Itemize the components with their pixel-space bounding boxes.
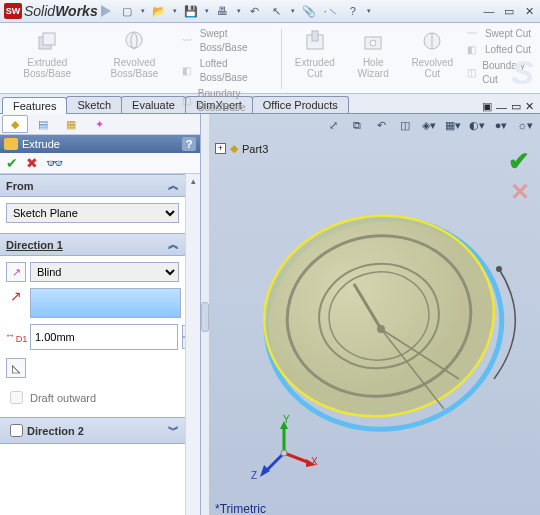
expand-icon[interactable]: +: [215, 143, 226, 154]
revolved-boss-button[interactable]: Revolved Boss/Base: [91, 25, 179, 93]
select-icon[interactable]: ↖: [269, 3, 285, 19]
group-from-header[interactable]: From︽: [0, 174, 185, 197]
print-icon[interactable]: 🖶: [215, 3, 231, 19]
zoom-area-icon[interactable]: ⧉: [348, 116, 366, 134]
chevron-up-icon: ︽: [168, 178, 179, 193]
group-dir1-header[interactable]: Direction 1︽: [0, 233, 185, 256]
tab-sketch[interactable]: Sketch: [66, 96, 122, 113]
dim-mgr-icon: ✦: [95, 118, 104, 131]
dir2-enable-checkbox[interactable]: [10, 424, 23, 437]
pm-ok-button[interactable]: ✔: [6, 155, 18, 171]
group-from-body: Sketch Plane: [0, 197, 185, 233]
draft-outward-checkbox[interactable]: [10, 391, 23, 404]
draft-outward-label: Draft outward: [30, 392, 96, 404]
group-label: Direction 1: [6, 239, 63, 251]
reverse-icon: ↗: [12, 266, 21, 279]
fm-tab-config-mgr[interactable]: ▦: [58, 115, 84, 133]
feature-manager-panel: ◆ ▤ ▦ ✦ Extrude ? ✔ ✖ 👓 From︽ Sketch P: [0, 114, 201, 515]
lofted-boss-button[interactable]: ◧Lofted Boss/Base: [182, 57, 274, 85]
maximize-window-icon[interactable]: ▭: [511, 100, 521, 113]
appearance-icon[interactable]: ●▾: [492, 116, 510, 134]
boundary-cut-button[interactable]: ◫Boundary Cut: [467, 59, 532, 87]
splitter-grip-icon: [201, 302, 209, 332]
fm-tab-feature-tree[interactable]: ◆: [2, 115, 28, 133]
ruler-icon[interactable]: ·⟍: [323, 3, 339, 19]
ribbon-label: Extruded Cut: [291, 57, 339, 79]
save-icon[interactable]: 💾: [183, 3, 199, 19]
graphics-viewport[interactable]: ⤢ ⧉ ↶ ◫ ◈▾ ▦▾ ◐▾ ●▾ ☼▾ ✔ ✕ + ◆ Part3: [209, 114, 540, 515]
minimize-window-icon[interactable]: —: [496, 101, 507, 113]
lofted-cut-icon: ◧: [467, 43, 481, 57]
title-bar: SW SolidWorks ▢▾ 📂▾ 💾▾ 🖶▾ ↶ ↖▾ 📎 ·⟍ ?▾ —…: [0, 0, 540, 23]
pm-cancel-button[interactable]: ✖: [26, 155, 38, 171]
lofted-boss-icon: ◧: [182, 64, 195, 78]
chevron-up-icon: ︽: [168, 237, 179, 252]
view-triad[interactable]: Y X Z: [249, 418, 319, 490]
fm-tab-dim-mgr[interactable]: ✦: [86, 115, 112, 133]
section-view-icon[interactable]: ◫: [396, 116, 414, 134]
extruded-boss-button[interactable]: Extruded Boss/Base: [4, 25, 91, 93]
ribbon-label: Revolved Boss/Base: [97, 57, 173, 79]
display-style-icon[interactable]: ▦▾: [444, 116, 462, 134]
quick-access-toolbar: ▢▾ 📂▾ 💾▾ 🖶▾ ↶ ↖▾ 📎 ·⟍ ?▾: [119, 3, 482, 19]
end-condition-select[interactable]: Blind: [30, 262, 179, 282]
pm-help-button[interactable]: ?: [182, 137, 196, 151]
scroll-up-icon[interactable]: ▴: [191, 176, 196, 186]
minimize-button[interactable]: —: [482, 4, 496, 18]
lofted-cut-button[interactable]: ◧Lofted Cut: [467, 43, 532, 57]
draft-button[interactable]: ◺: [6, 358, 26, 378]
part-name: Part3: [242, 143, 268, 155]
view-orient-icon[interactable]: ◈▾: [420, 116, 438, 134]
confirm-feature-button[interactable]: ✔: [508, 146, 530, 177]
extruded-cut-button[interactable]: Extruded Cut: [285, 25, 345, 93]
flyout-tree[interactable]: + ◆ Part3: [215, 142, 268, 155]
undo-icon[interactable]: ↶: [247, 3, 263, 19]
pin-icon[interactable]: 📎: [301, 3, 317, 19]
from-select[interactable]: Sketch Plane: [6, 203, 179, 223]
restore-button[interactable]: ▭: [502, 4, 516, 18]
fm-tab-property-mgr[interactable]: ▤: [30, 115, 56, 133]
feature-tree-icon: ◆: [11, 118, 19, 131]
tab-evaluate[interactable]: Evaluate: [121, 96, 186, 113]
app-title: SolidWorks: [24, 3, 98, 19]
swept-cut-button[interactable]: 〰Swept Cut: [467, 27, 532, 41]
window-controls: — ▭ ✕: [482, 4, 536, 18]
hole-wizard-button[interactable]: Hole Wizard: [345, 25, 402, 93]
direction-selection-box[interactable]: [30, 288, 181, 318]
axis-x-label: X: [311, 456, 318, 467]
zoom-fit-icon[interactable]: ⤢: [324, 116, 342, 134]
close-window-icon[interactable]: ✕: [525, 100, 534, 113]
flyout-icon[interactable]: [101, 5, 111, 17]
svg-line-23: [266, 453, 284, 471]
ribbon-label: Boundary Cut: [482, 59, 532, 87]
group-label: From: [6, 180, 34, 192]
boundary-boss-button[interactable]: ◫Boundary Boss/Base: [182, 87, 274, 115]
new-icon[interactable]: ▢: [119, 3, 135, 19]
swept-cut-icon: 〰: [467, 27, 481, 41]
open-icon[interactable]: 📂: [151, 3, 167, 19]
hide-show-icon[interactable]: ◐▾: [468, 116, 486, 134]
svg-point-25: [281, 450, 287, 456]
ribbon: Extruded Boss/Base Revolved Boss/Base 〰S…: [0, 23, 540, 94]
workspace: ◆ ▤ ▦ ✦ Extrude ? ✔ ✖ 👓 From︽ Sketch P: [0, 114, 540, 515]
viewport-toolbar: ⤢ ⧉ ↶ ◫ ◈▾ ▦▾ ◐▾ ●▾ ☼▾: [324, 116, 534, 134]
scene-icon[interactable]: ☼▾: [516, 116, 534, 134]
pm-scrollbar[interactable]: ▴: [185, 174, 200, 515]
group-dir2-header[interactable]: Direction 2︾: [0, 417, 185, 444]
prev-view-icon[interactable]: ↶: [372, 116, 390, 134]
ribbon-label: Boundary Boss/Base: [198, 87, 274, 115]
collapse-ribbon-icon[interactable]: ▣: [482, 100, 492, 113]
pm-action-row: ✔ ✖ 👓: [0, 153, 200, 174]
help-icon[interactable]: ?: [345, 3, 361, 19]
pm-detail-button[interactable]: 👓: [46, 155, 63, 171]
hole-wizard-icon: [359, 27, 387, 55]
close-button[interactable]: ✕: [522, 4, 536, 18]
revolved-cut-button[interactable]: Revolved Cut: [402, 25, 463, 93]
reverse-direction-button[interactable]: ↗: [6, 262, 26, 282]
group-label: Direction 2: [27, 425, 84, 437]
panel-splitter[interactable]: [201, 114, 209, 515]
app-logo-icon: SW: [4, 3, 22, 19]
depth-input[interactable]: [30, 324, 178, 350]
tab-features[interactable]: Features: [2, 97, 67, 114]
swept-boss-button[interactable]: 〰Swept Boss/Base: [182, 27, 274, 55]
